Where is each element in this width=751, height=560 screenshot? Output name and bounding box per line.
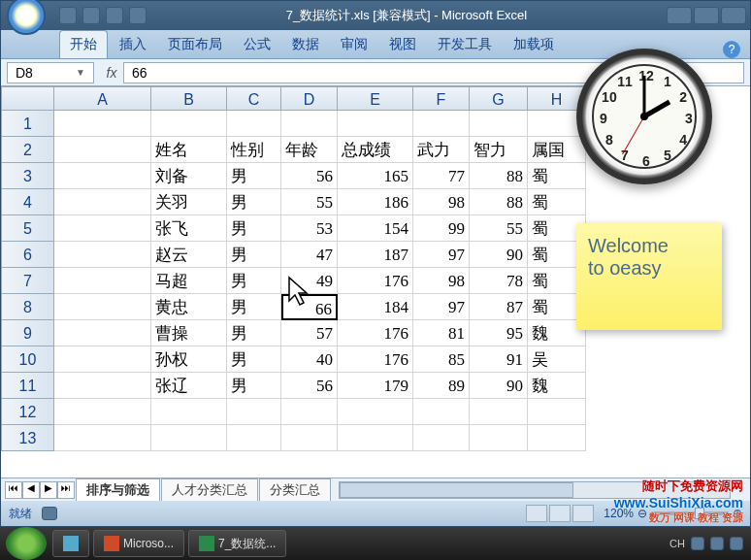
- cell-F8[interactable]: 97: [413, 294, 470, 320]
- cell-E2[interactable]: 总成绩: [338, 137, 413, 163]
- print-icon[interactable]: [129, 7, 147, 24]
- cell-A3[interactable]: [54, 163, 151, 189]
- tab-home[interactable]: 开始: [59, 30, 108, 58]
- cell-C11[interactable]: 男: [227, 373, 281, 399]
- cell-B12[interactable]: [151, 399, 227, 425]
- cell-H12[interactable]: [528, 399, 586, 425]
- cell-C5[interactable]: 男: [227, 215, 281, 242]
- maximize-button[interactable]: [694, 7, 719, 24]
- tab-insert[interactable]: 插入: [110, 31, 156, 58]
- cell-C2[interactable]: 性别: [227, 137, 281, 163]
- taskbar-item-powerpoint[interactable]: Microso...: [93, 530, 184, 557]
- column-header-E[interactable]: E: [338, 86, 413, 111]
- cell-B2[interactable]: 姓名: [151, 137, 227, 163]
- row-header-7[interactable]: 7: [1, 268, 54, 294]
- sheet-last-button[interactable]: ⏭: [57, 481, 75, 499]
- cell-H10[interactable]: 吴: [528, 346, 586, 373]
- cell-E6[interactable]: 187: [338, 242, 413, 268]
- cell-E9[interactable]: 176: [338, 320, 413, 346]
- row-header-6[interactable]: 6: [1, 242, 54, 268]
- macro-icon[interactable]: [42, 507, 57, 520]
- cell-D1[interactable]: [281, 111, 338, 137]
- column-header-D[interactable]: D: [281, 86, 338, 111]
- cell-C4[interactable]: 男: [227, 189, 281, 215]
- taskbar-item-excel[interactable]: 7_数据统...: [188, 530, 286, 557]
- page-break-view-button[interactable]: [572, 505, 594, 522]
- cell-G12[interactable]: [470, 399, 528, 425]
- tab-page-layout[interactable]: 页面布局: [158, 31, 232, 58]
- row-header-5[interactable]: 5: [1, 215, 54, 242]
- scroll-thumb[interactable]: [340, 482, 573, 498]
- cell-B3[interactable]: 刘备: [151, 163, 227, 189]
- chevron-down-icon[interactable]: ▼: [76, 67, 85, 78]
- clock-gadget[interactable]: 121234567891011: [576, 49, 712, 184]
- cell-A5[interactable]: [54, 215, 151, 242]
- row-header-4[interactable]: 4: [1, 189, 54, 215]
- cell-E1[interactable]: [338, 111, 413, 137]
- cell-C1[interactable]: [227, 111, 281, 137]
- cell-C9[interactable]: 男: [227, 320, 281, 346]
- sheet-tab-1[interactable]: 排序与筛选: [76, 478, 160, 502]
- tray-icon[interactable]: [730, 537, 743, 550]
- cell-E8[interactable]: 184: [338, 294, 413, 320]
- cell-A9[interactable]: [54, 320, 151, 346]
- cell-E5[interactable]: 154: [338, 215, 413, 242]
- cell-A12[interactable]: [54, 399, 151, 425]
- cell-D3[interactable]: 56: [281, 163, 338, 189]
- row-header-13[interactable]: 13: [1, 425, 54, 451]
- cell-F13[interactable]: [413, 425, 470, 451]
- cell-H4[interactable]: 蜀: [528, 189, 586, 215]
- cell-E12[interactable]: [338, 399, 413, 425]
- cell-D13[interactable]: [281, 425, 338, 451]
- cell-B1[interactable]: [151, 111, 227, 137]
- start-button[interactable]: [6, 527, 47, 560]
- minimize-button[interactable]: [667, 7, 692, 24]
- cell-D12[interactable]: [281, 399, 338, 425]
- tray-icon[interactable]: [691, 537, 704, 550]
- cell-C10[interactable]: 男: [227, 346, 281, 373]
- cell-H11[interactable]: 魏: [528, 373, 586, 399]
- cell-A2[interactable]: [54, 137, 151, 163]
- cell-H13[interactable]: [528, 425, 586, 451]
- cell-A13[interactable]: [54, 425, 151, 451]
- cell-B6[interactable]: 赵云: [151, 242, 227, 268]
- cell-D7[interactable]: 49: [281, 268, 338, 294]
- cell-A7[interactable]: [54, 268, 151, 294]
- cell-F1[interactable]: [413, 111, 470, 137]
- row-header-2[interactable]: 2: [1, 137, 54, 163]
- cell-H2[interactable]: 属国: [528, 137, 586, 163]
- cell-C7[interactable]: 男: [227, 268, 281, 294]
- sheet-first-button[interactable]: ⏮: [5, 481, 22, 499]
- cell-F2[interactable]: 武力: [413, 137, 470, 163]
- cell-E3[interactable]: 165: [338, 163, 413, 189]
- cell-G6[interactable]: 90: [470, 242, 528, 268]
- cell-B13[interactable]: [151, 425, 227, 451]
- close-button[interactable]: [721, 7, 746, 24]
- cell-G3[interactable]: 88: [470, 163, 528, 189]
- cell-F4[interactable]: 98: [413, 189, 470, 215]
- sheet-prev-button[interactable]: ◀: [22, 481, 40, 499]
- tab-view[interactable]: 视图: [379, 31, 426, 58]
- row-header-12[interactable]: 12: [1, 399, 54, 425]
- tab-data[interactable]: 数据: [282, 31, 329, 58]
- cell-G1[interactable]: [470, 111, 528, 137]
- cell-B7[interactable]: 马超: [151, 268, 227, 294]
- row-header-9[interactable]: 9: [1, 320, 54, 346]
- cell-B5[interactable]: 张飞: [151, 215, 227, 242]
- cell-C3[interactable]: 男: [227, 163, 281, 189]
- cell-G10[interactable]: 91: [470, 346, 528, 373]
- cell-A6[interactable]: [54, 242, 151, 268]
- select-all-corner[interactable]: [1, 86, 54, 111]
- cell-F11[interactable]: 89: [413, 373, 470, 399]
- cell-A10[interactable]: [54, 346, 151, 373]
- cell-B4[interactable]: 关羽: [151, 189, 227, 215]
- column-header-C[interactable]: C: [227, 86, 281, 111]
- help-icon[interactable]: ?: [723, 41, 740, 58]
- fx-button[interactable]: fx: [100, 65, 123, 81]
- sticky-note-gadget[interactable]: Welcome to oeasy: [576, 223, 722, 330]
- cell-F5[interactable]: 99: [413, 215, 470, 242]
- cell-G4[interactable]: 88: [470, 189, 528, 215]
- column-header-A[interactable]: A: [54, 86, 151, 111]
- cell-E13[interactable]: [338, 425, 413, 451]
- cell-E10[interactable]: 176: [338, 346, 413, 373]
